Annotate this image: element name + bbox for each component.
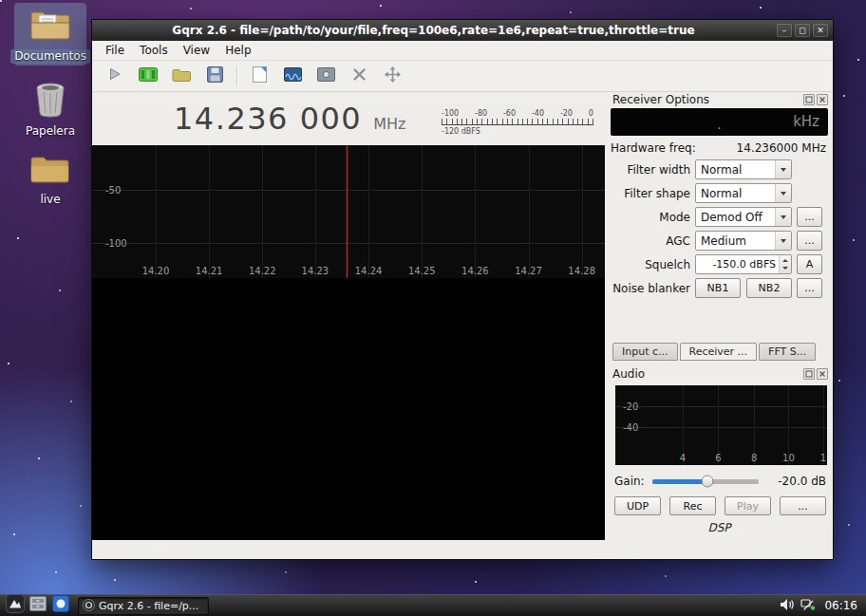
mode-options-button[interactable]: ... bbox=[797, 207, 822, 227]
slider-knob[interactable] bbox=[701, 476, 713, 488]
grid-line bbox=[315, 145, 316, 278]
nb1-button[interactable]: NB1 bbox=[695, 278, 741, 298]
x-axis-label: 14.26 bbox=[461, 266, 489, 276]
spin-arrows-icon[interactable] bbox=[779, 255, 791, 273]
agc-options-button[interactable]: ... bbox=[797, 231, 822, 251]
menu-view[interactable]: View bbox=[176, 42, 217, 59]
spectrum-plot[interactable]: -50 -100 14.20 14.21 14.22 14.23 14.24 1… bbox=[92, 145, 605, 278]
signal-level-meter: -100 -80 -60 -40 -20 0 -120 dBFS bbox=[442, 103, 605, 136]
filter-shape-value: Normal bbox=[696, 187, 775, 200]
file-manager-button[interactable] bbox=[27, 595, 49, 616]
x-axis-label: 14.24 bbox=[355, 266, 383, 276]
filter-shape-select[interactable]: Normal bbox=[695, 183, 792, 203]
filter-shape-label: Filter shape bbox=[611, 187, 690, 200]
desktop: Documentos Papelera live Gqrx 2.6 - file… bbox=[0, 0, 866, 616]
waterfall-display[interactable] bbox=[92, 278, 605, 540]
documents-folder-icon bbox=[28, 7, 72, 47]
iq-tools-button[interactable] bbox=[137, 65, 160, 87]
save-file-button[interactable] bbox=[203, 65, 226, 87]
dock-float-button[interactable] bbox=[803, 94, 815, 105]
chevron-down-icon bbox=[775, 160, 791, 178]
bookmark-page-icon bbox=[253, 66, 267, 86]
move-arrows-icon bbox=[385, 66, 401, 86]
app-menu-button[interactable] bbox=[4, 595, 27, 616]
desktop-icon-trash[interactable]: Papelera bbox=[14, 78, 86, 140]
meter-tick-labels: -100 -80 -60 -40 -20 0 bbox=[442, 109, 593, 118]
open-file-button[interactable] bbox=[170, 65, 193, 87]
audio-spectrum-plot[interactable]: -20 -40 4 6 8 10 1 bbox=[615, 385, 827, 465]
hardware-freq-value: 14.236000 MHz bbox=[737, 141, 828, 155]
meter-tick: -100 bbox=[442, 109, 459, 118]
taskbar-window-button[interactable]: Gqrx 2.6 - file=/p... bbox=[78, 597, 209, 615]
filter-width-row: Filter width Normal bbox=[611, 159, 828, 179]
x-axis-label: 14.25 bbox=[408, 266, 436, 276]
volume-icon[interactable] bbox=[780, 597, 795, 615]
folder-icon bbox=[30, 154, 70, 190]
tab-input-controls[interactable]: Input c... bbox=[612, 343, 678, 361]
mode-row: Mode Demod Off ... bbox=[611, 207, 828, 227]
grid-line bbox=[529, 145, 530, 278]
settings-launcher-button[interactable] bbox=[49, 595, 72, 616]
rec-button[interactable]: Rec bbox=[669, 496, 716, 515]
blue-app-icon bbox=[52, 595, 69, 616]
spectrum-display-button[interactable] bbox=[281, 65, 304, 87]
squelch-label: Squelch bbox=[611, 258, 690, 271]
gain-slider[interactable] bbox=[652, 479, 759, 484]
dock-close-button[interactable] bbox=[817, 94, 828, 105]
hardware-freq-row: Hardware freq: 14.236000 MHz bbox=[611, 140, 828, 156]
audio-dock-header: Audio bbox=[611, 366, 828, 381]
menu-help[interactable]: Help bbox=[217, 42, 258, 59]
bookmarks-button[interactable] bbox=[248, 65, 271, 87]
configure-button[interactable] bbox=[348, 65, 370, 87]
agc-row: AGC Medium ... bbox=[611, 231, 828, 251]
start-dsp-button[interactable] bbox=[104, 65, 126, 87]
squelch-auto-button[interactable]: A bbox=[797, 254, 822, 274]
slider-fill bbox=[652, 479, 707, 484]
meter-tick: -40 bbox=[532, 109, 544, 118]
tab-fft-settings[interactable]: FFT S... bbox=[759, 343, 816, 361]
agc-select[interactable]: Medium bbox=[695, 231, 792, 251]
mode-select[interactable]: Demod Off bbox=[695, 207, 792, 227]
close-button[interactable]: ✕ bbox=[813, 24, 828, 37]
hardware-freq-label: Hardware freq: bbox=[611, 141, 696, 155]
dock-title: Receiver Options bbox=[611, 93, 801, 106]
dock-float-button[interactable] bbox=[803, 368, 815, 380]
audio-options-button[interactable]: ... bbox=[780, 496, 826, 515]
dock-title: Audio bbox=[611, 367, 801, 381]
gqrx-task-icon bbox=[83, 597, 95, 615]
squelch-spinbox[interactable]: -150.0 dBFS bbox=[695, 254, 792, 274]
dock-close-button[interactable] bbox=[817, 368, 828, 380]
tuning-cursor[interactable] bbox=[347, 145, 348, 278]
desktop-icon-documentos[interactable]: Documentos bbox=[14, 3, 86, 65]
lcd-decimal-point: . bbox=[717, 117, 721, 132]
menu-tools[interactable]: Tools bbox=[132, 42, 176, 59]
window-titlebar[interactable]: Gqrx 2.6 - file=/path/to/your/file,freq=… bbox=[92, 20, 833, 41]
window-title: Gqrx 2.6 - file=/path/to/your/file,freq=… bbox=[92, 24, 775, 37]
menu-file[interactable]: File bbox=[98, 42, 132, 59]
network-icon[interactable] bbox=[800, 597, 816, 615]
app-menu-icon bbox=[6, 594, 25, 616]
maximize-button[interactable]: ◻ bbox=[795, 24, 810, 37]
noise-blanker-options-button[interactable]: ... bbox=[797, 278, 822, 298]
frequency-lcd[interactable]: . kHz bbox=[611, 108, 828, 136]
y-axis-label: -100 bbox=[105, 237, 127, 248]
desktop-icon-live[interactable]: live bbox=[14, 150, 86, 209]
frequency-digits[interactable]: 14.236 000 bbox=[174, 101, 362, 137]
frequency-readout[interactable]: 14.236 000 MHz bbox=[92, 101, 405, 137]
x-axis-label: 14.28 bbox=[568, 266, 595, 276]
filter-width-select[interactable]: Normal bbox=[695, 159, 792, 179]
dsp-green-icon bbox=[139, 67, 158, 85]
move-button[interactable] bbox=[381, 65, 404, 87]
meter-ruler bbox=[442, 119, 593, 125]
receiver-options-header: Receiver Options bbox=[611, 92, 828, 106]
x-axis-label: 14.27 bbox=[515, 266, 542, 276]
iq-recorder-button[interactable] bbox=[314, 65, 337, 87]
udp-button[interactable]: UDP bbox=[614, 496, 661, 515]
nb2-button[interactable]: NB2 bbox=[746, 278, 792, 298]
folder-open-icon bbox=[172, 67, 191, 85]
tab-receiver-options[interactable]: Receiver ... bbox=[680, 343, 758, 361]
minimize-button[interactable]: – bbox=[777, 24, 792, 37]
noise-blanker-row: Noise blanker NB1 NB2 ... bbox=[611, 278, 828, 298]
meter-floor-label: -120 dBFS bbox=[442, 127, 593, 136]
taskbar-clock[interactable]: 06:16 bbox=[821, 599, 860, 612]
